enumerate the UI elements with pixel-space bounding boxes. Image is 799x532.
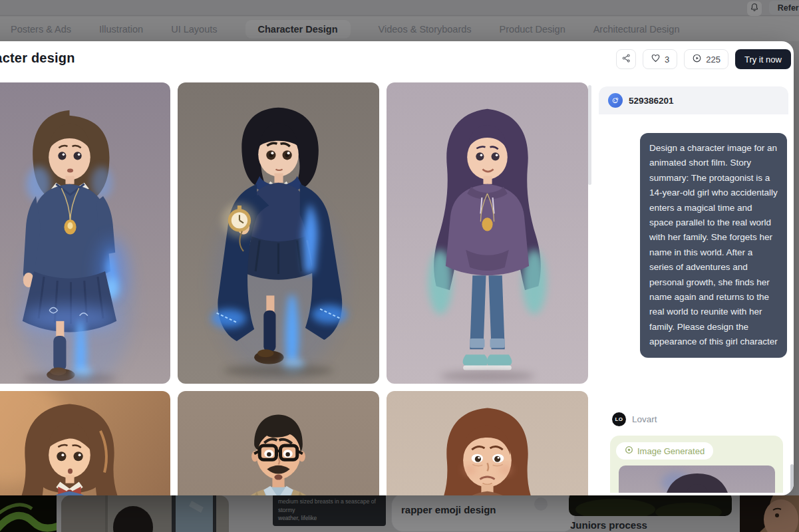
generated-image-thumbnail[interactable] <box>619 466 775 493</box>
gallery-scrollbar[interactable] <box>588 85 591 185</box>
like-button[interactable]: 3 <box>643 49 677 69</box>
modal-title: Character design <box>0 51 75 66</box>
character-design-modal: Character design 3 225 Try it now <box>0 41 794 495</box>
views-button[interactable]: 225 <box>684 49 728 69</box>
lovart-logo: LO <box>612 412 626 426</box>
generated-icon <box>625 446 633 456</box>
prompt-bubble: Design a character image for an animated… <box>640 133 787 358</box>
views-count: 225 <box>706 55 720 65</box>
gallery-image-man[interactable] <box>178 391 379 495</box>
assistant-name: Lovart <box>632 414 657 424</box>
try-it-now-button[interactable]: Try it now <box>735 49 791 69</box>
gallery-image-purple-hair-girl[interactable] <box>387 82 588 384</box>
modal-actions: 3 225 Try it now <box>616 49 791 69</box>
share-button[interactable] <box>616 49 636 69</box>
gallery-image-warm-girl[interactable] <box>0 391 170 495</box>
gallery-image-woman[interactable] <box>387 391 588 495</box>
status-badge-label: Image Generated <box>637 446 705 456</box>
chat-user-header: 529386201 <box>599 86 788 114</box>
gallery-image-cloak-girl[interactable] <box>178 82 379 384</box>
status-badge: Image Generated <box>616 442 713 460</box>
user-avatar <box>608 93 623 108</box>
heart-icon <box>651 53 661 65</box>
gallery-grid <box>0 82 588 495</box>
like-count: 3 <box>665 55 669 65</box>
play-circle-icon <box>692 53 702 65</box>
generation-card: Image Generated <box>610 436 783 493</box>
user-id: 529386201 <box>629 96 674 106</box>
assistant-row: LO Lovart <box>612 412 657 426</box>
screen: Referral Posters & Ads Illustration UI L… <box>0 0 799 532</box>
share-icon <box>621 53 631 65</box>
gallery-image-uniform-girl[interactable] <box>0 82 170 384</box>
chat-panel: 529386201 Design a character image for a… <box>599 86 788 493</box>
